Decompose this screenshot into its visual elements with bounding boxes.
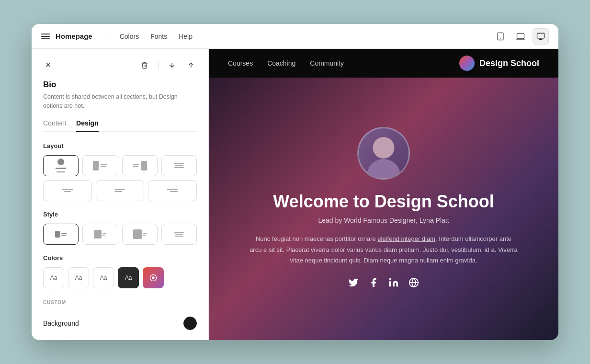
svg-point-9: [152, 277, 154, 279]
hero-section: Welcome to Design School Lead by World F…: [209, 78, 558, 340]
custom-label: CUSTOM: [43, 300, 197, 305]
svg-rect-4: [537, 33, 545, 38]
site-nav-links: Courses Coaching Community: [228, 59, 344, 67]
top-bar-right: [492, 28, 549, 45]
layout-btn-5[interactable]: [43, 180, 92, 201]
top-bar-divider: [106, 32, 106, 41]
color-swatch-2[interactable]: Aa: [68, 267, 89, 288]
device-desktop-btn[interactable]: [533, 28, 549, 45]
site-nav: Courses Coaching Community Design School: [209, 49, 558, 78]
background-color-picker[interactable]: [183, 317, 197, 330]
layout-options-row2: [43, 180, 197, 201]
close-button[interactable]: ✕: [43, 58, 53, 71]
nav-coaching[interactable]: Coaching: [267, 59, 295, 67]
layout-btn-2[interactable]: [82, 155, 118, 176]
avatar-head: [373, 137, 395, 159]
top-bar-nav: Colors Fonts Help: [120, 33, 193, 40]
facebook-icon[interactable]: [368, 277, 379, 291]
layout-options-row1: [43, 155, 197, 176]
layout-label: Layout: [43, 142, 197, 149]
device-laptop-btn[interactable]: [512, 28, 529, 45]
social-icons: [348, 277, 419, 291]
style-btn-3[interactable]: [122, 224, 158, 245]
svg-point-10: [389, 278, 391, 280]
layout-btn-4[interactable]: [161, 155, 197, 176]
custom-row-background: Background: [43, 312, 197, 335]
delete-button[interactable]: [139, 59, 150, 71]
color-swatch-1[interactable]: Aa: [43, 267, 64, 288]
tab-design[interactable]: Design: [76, 119, 99, 132]
avatar-body: [367, 159, 400, 180]
preview-area: Courses Coaching Community Design School: [209, 49, 558, 340]
custom-row-heading: Heading: [43, 335, 197, 341]
color-swatches: Aa Aa Aa Aa: [43, 267, 197, 288]
sidebar: ✕ Bio Content is shared between all sect…: [32, 49, 209, 340]
heading-color-picker[interactable]: [183, 340, 197, 341]
style-btn-4[interactable]: [161, 224, 197, 245]
twitter-icon[interactable]: [348, 277, 359, 291]
color-swatch-3[interactable]: Aa: [93, 267, 114, 288]
hero-link[interactable]: eleifend integer diam: [377, 235, 435, 242]
svg-rect-0: [498, 33, 503, 40]
action-divider: [158, 61, 159, 69]
avatar: [357, 127, 410, 180]
color-swatch-4[interactable]: Aa: [118, 267, 139, 288]
style-options: [43, 224, 197, 245]
nav-courses[interactable]: Courses: [228, 59, 253, 67]
hero-title: Welcome to Design School: [273, 191, 494, 212]
section-desc: Content is shared between all sections, …: [43, 92, 197, 111]
layout-btn-6[interactable]: [96, 180, 145, 201]
globe-icon[interactable]: [408, 277, 419, 291]
menu-icon[interactable]: [41, 34, 50, 39]
action-group: [139, 59, 197, 71]
logo-circle: [459, 56, 475, 71]
tab-content[interactable]: Content: [43, 119, 67, 132]
logo-text: Design School: [479, 58, 539, 68]
layout-btn-7[interactable]: [148, 180, 197, 201]
section-title: Bio: [43, 80, 197, 90]
layout-btn-3[interactable]: [122, 155, 158, 176]
nav-colors[interactable]: Colors: [120, 33, 139, 40]
colors-label: Colors: [43, 254, 197, 262]
preview-inner: Courses Coaching Community Design School: [209, 49, 558, 340]
sidebar-tabs: Content Design: [43, 119, 197, 132]
color-swatch-picker[interactable]: [143, 267, 164, 288]
nav-fonts[interactable]: Fonts: [150, 33, 167, 40]
nav-help[interactable]: Help: [179, 33, 193, 40]
layout-btn-1[interactable]: [43, 155, 79, 176]
background-label: Background: [43, 319, 183, 327]
move-down-button[interactable]: [166, 59, 178, 71]
hero-body: Nunc feugiat non maecenas porttitor orna…: [250, 234, 518, 265]
app-window: Homepage Colors Fonts Help: [32, 24, 558, 340]
hero-subtitle: Lead by World Famous Designer, Lyna Plat…: [318, 216, 449, 224]
svg-rect-2: [517, 34, 524, 39]
sidebar-actions: ✕: [43, 58, 197, 71]
top-bar: Homepage Colors Fonts Help: [32, 24, 558, 49]
style-label: Style: [43, 211, 197, 218]
top-bar-left: Homepage Colors Fonts Help: [41, 32, 193, 41]
nav-community[interactable]: Community: [310, 59, 344, 67]
device-tablet-btn[interactable]: [492, 28, 509, 45]
style-btn-1[interactable]: [43, 224, 79, 245]
move-up-button[interactable]: [185, 59, 197, 71]
top-bar-title: Homepage: [56, 32, 92, 40]
linkedin-icon[interactable]: [388, 277, 399, 291]
site-logo: Design School: [459, 56, 539, 71]
main-content: ✕ Bio Content is shared between all sect…: [32, 49, 558, 340]
style-btn-2[interactable]: [82, 224, 118, 245]
